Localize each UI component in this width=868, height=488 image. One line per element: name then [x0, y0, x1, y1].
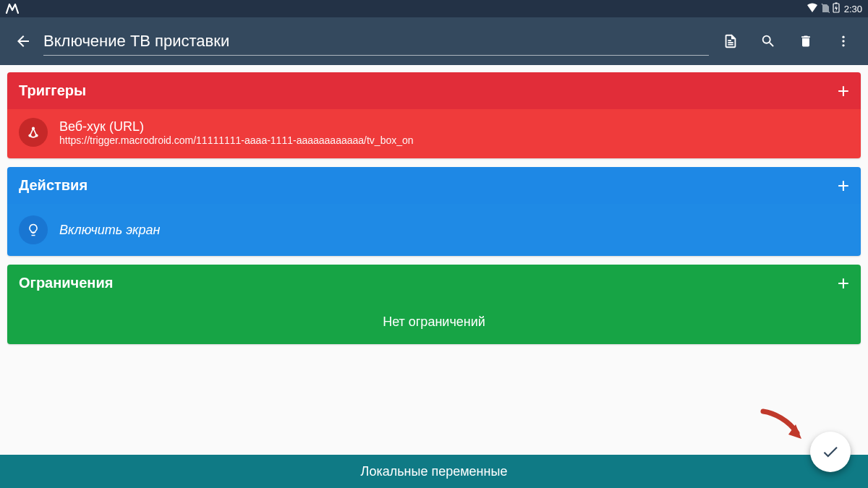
- trigger-item-title: Веб-хук (URL): [59, 119, 414, 134]
- add-trigger-button[interactable]: +: [838, 84, 849, 98]
- triggers-header: Триггеры +: [7, 72, 861, 109]
- action-item-title: Включить экран: [59, 223, 160, 238]
- actions-header: Действия +: [7, 167, 861, 204]
- search-button[interactable]: [752, 25, 784, 57]
- svg-point-4: [842, 40, 844, 42]
- battery-charging-icon: [833, 2, 840, 15]
- svg-point-3: [842, 36, 844, 38]
- add-constraint-button[interactable]: +: [838, 276, 849, 291]
- app-logo-icon: [6, 4, 19, 14]
- add-action-button[interactable]: +: [838, 179, 849, 193]
- macro-title-input[interactable]: [43, 27, 709, 56]
- app-bar: [0, 17, 868, 65]
- actions-title: Действия: [19, 177, 88, 194]
- triggers-title: Триггеры: [19, 82, 86, 99]
- notes-button[interactable]: [715, 25, 746, 57]
- check-icon: [821, 442, 840, 461]
- confirm-fab[interactable]: [810, 432, 851, 472]
- delete-button[interactable]: [790, 25, 822, 57]
- back-button[interactable]: [9, 27, 38, 56]
- status-time: 2:30: [844, 4, 862, 14]
- no-sim-icon: [821, 3, 830, 15]
- wifi-icon: [807, 3, 818, 15]
- more-button[interactable]: [827, 25, 859, 57]
- local-variables-bar[interactable]: Локальные переменные: [0, 455, 868, 488]
- constraints-card: Ограничения + Нет ограничений: [7, 265, 861, 344]
- constraints-header: Ограничения +: [7, 265, 861, 301]
- constraints-empty-text: Нет ограничений: [383, 314, 485, 329]
- triggers-card: Триггеры + Веб-хук (URL) https://trigger…: [7, 72, 861, 158]
- status-bar: 2:30: [0, 0, 868, 17]
- actions-card: Действия + Включить экран: [7, 167, 861, 256]
- action-item[interactable]: Включить экран: [7, 204, 861, 256]
- constraints-title: Ограничения: [19, 275, 113, 291]
- trigger-item[interactable]: Веб-хук (URL) https://trigger.macrodroid…: [7, 109, 861, 158]
- trigger-item-url: https://trigger.macrodroid.com/11111111-…: [59, 134, 414, 146]
- webhook-icon: [19, 118, 48, 147]
- macro-title-wrap: [43, 27, 709, 56]
- constraints-empty[interactable]: Нет ограничений: [7, 301, 861, 344]
- annotation-arrow-icon: [760, 406, 810, 452]
- local-variables-label: Локальные переменные: [361, 464, 508, 479]
- svg-rect-2: [835, 3, 837, 4]
- svg-point-5: [842, 44, 844, 46]
- content-area: Триггеры + Веб-хук (URL) https://trigger…: [0, 65, 868, 344]
- lightbulb-icon: [19, 215, 48, 244]
